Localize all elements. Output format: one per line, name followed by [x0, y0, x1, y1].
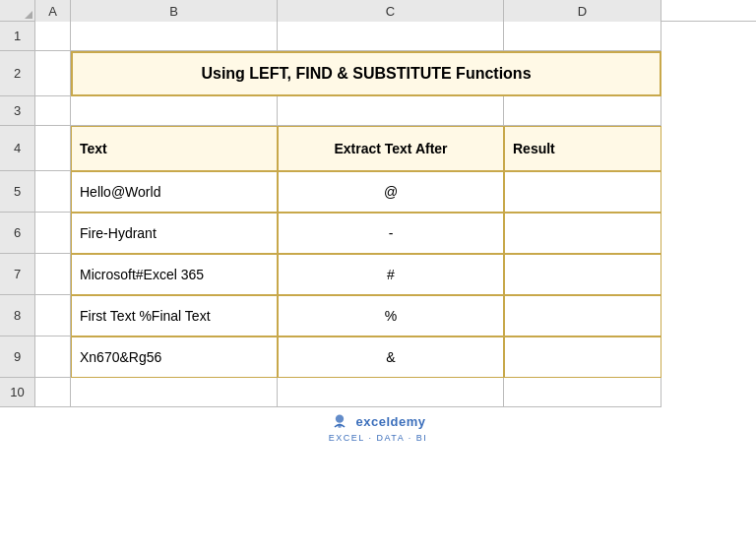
cell-3b[interactable] — [71, 96, 278, 126]
cell-1a[interactable] — [35, 22, 71, 51]
watermark-brand: exceldemy — [355, 414, 425, 429]
title-cell: Using LEFT, FIND & SUBSTITUTE Functions — [71, 51, 662, 96]
header-result: Result — [504, 126, 662, 171]
cell-6b[interactable]: Fire-Hydrant — [71, 213, 278, 254]
row-num-10: 10 — [0, 378, 35, 407]
cell-10a[interactable] — [35, 378, 71, 407]
watermark-row: exceldemy EXCEL · DATA · BI — [0, 407, 756, 447]
cell-8c[interactable]: % — [278, 295, 504, 336]
cell-6a[interactable] — [35, 213, 71, 254]
row-7: 7 Microsoft#Excel 365 # — [0, 254, 756, 295]
col-header-a: A — [35, 0, 71, 22]
cell-3a[interactable] — [35, 96, 71, 126]
cell-7b[interactable]: Microsoft#Excel 365 — [71, 254, 278, 295]
cell-9b[interactable]: Xn670&Rg56 — [71, 336, 278, 378]
row-num-9: 9 — [0, 336, 35, 378]
cell-6c[interactable]: - — [278, 213, 504, 254]
cell-1d[interactable] — [504, 22, 662, 51]
row-num-1: 1 — [0, 22, 35, 51]
row-num-8: 8 — [0, 295, 35, 336]
watermark-sub: EXCEL · DATA · BI — [329, 433, 427, 443]
row-1: 1 — [0, 22, 756, 51]
cell-1b[interactable] — [71, 22, 278, 51]
row-num-3: 3 — [0, 96, 35, 126]
row-8: 8 First Text %Final Text % — [0, 295, 756, 336]
row-num-4: 4 — [0, 126, 35, 171]
col-header-c: C — [278, 0, 504, 22]
row-10: 10 — [0, 378, 756, 407]
header-extract: Extract Text After — [278, 126, 504, 171]
cell-1c[interactable] — [278, 22, 504, 51]
cell-5b[interactable]: Hello@World — [71, 171, 278, 213]
col-header-row: A B C D — [0, 0, 756, 22]
cell-3c[interactable] — [278, 96, 504, 126]
cell-4a[interactable] — [35, 126, 71, 171]
cell-7c[interactable]: # — [278, 254, 504, 295]
cell-7a[interactable] — [35, 254, 71, 295]
cell-3d[interactable] — [504, 96, 662, 126]
cell-5c[interactable]: @ — [278, 171, 504, 213]
row-9: 9 Xn670&Rg56 & — [0, 336, 756, 378]
cell-10c[interactable] — [278, 378, 504, 407]
cell-6d[interactable] — [504, 213, 662, 254]
cell-7d[interactable] — [504, 254, 662, 295]
row-4: 4 Text Extract Text After Result — [0, 126, 756, 171]
row-num-2: 2 — [0, 51, 35, 96]
col-header-d: D — [504, 0, 662, 22]
cell-5a[interactable] — [35, 171, 71, 213]
cell-5d[interactable] — [504, 171, 662, 213]
col-header-b: B — [71, 0, 278, 22]
cell-9c[interactable]: & — [278, 336, 504, 378]
corner-cell — [0, 0, 35, 22]
cell-8d[interactable] — [504, 295, 662, 336]
row-2: 2 Using LEFT, FIND & SUBSTITUTE Function… — [0, 51, 756, 96]
cell-10b[interactable] — [71, 378, 278, 407]
cell-10d[interactable] — [504, 378, 662, 407]
row-num-6: 6 — [0, 213, 35, 254]
row-3: 3 — [0, 96, 756, 126]
row-6: 6 Fire-Hydrant - — [0, 213, 756, 254]
header-text: Text — [71, 126, 278, 171]
cell-8b[interactable]: First Text %Final Text — [71, 295, 278, 336]
watermark-top: exceldemy — [330, 412, 425, 432]
row-5: 5 Hello@World @ — [0, 171, 756, 213]
row-num-5: 5 — [0, 171, 35, 213]
watermark: exceldemy EXCEL · DATA · BI — [329, 412, 427, 443]
cell-9d[interactable] — [504, 336, 662, 378]
cell-8a[interactable] — [35, 295, 71, 336]
cell-2a[interactable] — [35, 51, 71, 96]
svg-point-0 — [336, 414, 344, 422]
cell-9a[interactable] — [35, 336, 71, 378]
svg-rect-1 — [339, 423, 342, 427]
watermark-logo-icon — [330, 412, 349, 432]
spreadsheet: A B C D 1 2 Using LEFT, FIND & SUBSTITUT… — [0, 0, 756, 550]
row-num-7: 7 — [0, 254, 35, 295]
